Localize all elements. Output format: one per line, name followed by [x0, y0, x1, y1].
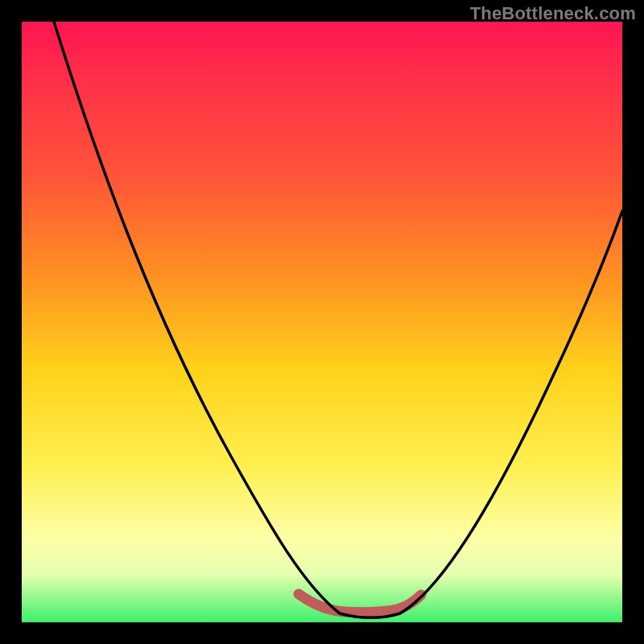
- curve-svg: [22, 22, 622, 622]
- plot-area: [22, 22, 622, 622]
- chart-frame: TheBottleneck.com: [0, 0, 644, 644]
- bottleneck-curve-path: [54, 22, 622, 617]
- optimal-band-segment: [299, 594, 421, 613]
